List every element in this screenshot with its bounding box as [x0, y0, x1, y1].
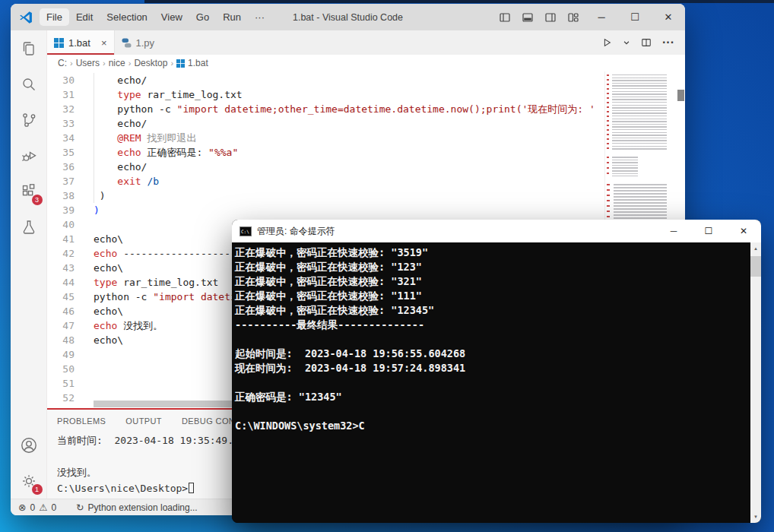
menu-go[interactable]: Go — [189, 8, 216, 26]
tab-label: 1.bat — [68, 37, 90, 49]
manage-button[interactable]: 1 — [11, 463, 47, 499]
manage-badge: 1 — [32, 484, 43, 495]
cmd-close-button[interactable]: ✕ — [726, 220, 761, 242]
line-number: 49 — [47, 347, 82, 362]
tab-1-bat[interactable]: 1.bat × — [47, 30, 115, 55]
line-number: 42 — [47, 246, 82, 261]
activity-bar: 3 1 — [11, 30, 47, 499]
warnings-count[interactable]: 0 — [51, 502, 56, 513]
chevron-down-icon[interactable] — [623, 39, 630, 46]
breadcrumb-item[interactable]: nice — [109, 58, 125, 68]
code-line: 31 type rar_time_log.txt — [47, 87, 685, 102]
line-number: 35 — [47, 145, 82, 160]
indent-guide — [94, 73, 94, 203]
line-number: 31 — [47, 87, 82, 102]
code-line: 36 echo/ — [47, 160, 685, 174]
console-line — [235, 332, 750, 347]
line-number: 52 — [47, 391, 82, 405]
sidebar-item-run-debug[interactable] — [11, 138, 47, 173]
console-line: 正在爆破中，密码正在快速校验: "3519" — [235, 245, 750, 260]
line-number: 45 — [47, 290, 82, 304]
line-number: 39 — [47, 203, 82, 217]
menu-edit[interactable]: Edit — [69, 8, 100, 26]
breadcrumb-separator: › — [128, 59, 132, 68]
windows-file-icon — [176, 59, 185, 68]
menu-···[interactable]: ··· — [248, 8, 271, 26]
line-number: 46 — [47, 304, 82, 318]
more-actions-icon[interactable]: ··· — [662, 36, 674, 49]
console-output[interactable]: 正在爆破中，密码正在快速校验: "3519"正在爆破中，密码正在快速校验: "1… — [232, 242, 750, 523]
tab-1-py[interactable]: 1.py — [115, 30, 162, 55]
extensions-badge: 3 — [32, 195, 43, 205]
customize-layout-icon[interactable] — [562, 4, 585, 30]
line-number: 32 — [47, 102, 82, 116]
line-number: 40 — [47, 217, 82, 232]
maximize-button[interactable]: ☐ — [618, 4, 652, 30]
breadcrumb-file[interactable]: 1.bat — [188, 58, 208, 68]
sidebar-item-search[interactable] — [11, 66, 47, 102]
menu-bar: FileEditSelectionViewGoRun··· — [40, 8, 271, 26]
account-icon — [19, 435, 39, 455]
breadcrumb-separator: › — [70, 59, 73, 68]
cmd-minimize-button[interactable]: ─ — [656, 220, 691, 242]
run-file-icon[interactable] — [601, 37, 612, 48]
sidebar-item-explorer[interactable] — [11, 30, 47, 66]
status-message: Python extension loading... — [88, 502, 198, 513]
breadcrumb-item[interactable]: Users — [76, 58, 100, 68]
breadcrumb-item[interactable]: C: — [58, 58, 67, 68]
tab-bar: 1.bat × 1.py ··· — [47, 30, 685, 55]
line-number: 53 — [47, 405, 82, 408]
sidebar-item-extensions[interactable]: 3 — [11, 173, 47, 209]
line-number: 43 — [47, 261, 82, 275]
debug-icon — [20, 147, 38, 165]
sidebar-item-source-control[interactable] — [11, 102, 47, 138]
breadcrumb-item[interactable]: Desktop — [134, 58, 167, 68]
cmd-maximize-button[interactable]: ☐ — [691, 220, 726, 242]
cmd-titlebar: C:\ 管理员: 命令提示符 ─ ☐ ✕ — [232, 220, 761, 242]
close-button[interactable]: ✕ — [652, 4, 685, 30]
account-button[interactable] — [11, 427, 47, 463]
code-line: 35 echo 正确密码是: "%%a" — [47, 145, 685, 160]
line-number: 33 — [47, 116, 82, 131]
sidebar-item-testing[interactable] — [11, 209, 47, 245]
background-window-edge — [144, 0, 774, 3]
cmd-scrollbar[interactable]: ▲ ▼ — [750, 242, 761, 523]
tab-output[interactable]: OUTPUT — [125, 416, 162, 426]
cmd-window-title: 管理员: 命令提示符 — [257, 225, 335, 238]
errors-count[interactable]: 0 — [30, 502, 35, 513]
line-number: 37 — [47, 174, 82, 188]
tab-close-icon[interactable]: × — [101, 37, 107, 49]
line-number: 51 — [47, 376, 82, 391]
console-line: 正在爆破中，密码正在快速校验: "111" — [235, 289, 750, 303]
console-line: C:\WINDOWS\system32>C — [235, 419, 750, 433]
scroll-up-icon[interactable]: ▲ — [750, 242, 761, 255]
scroll-down-icon[interactable]: ▼ — [750, 511, 761, 523]
menu-run[interactable]: Run — [216, 8, 248, 26]
search-icon — [20, 75, 38, 93]
toggle-panel-icon[interactable] — [516, 4, 539, 30]
minimize-button[interactable]: ─ — [585, 4, 618, 30]
toggle-sidebar-icon[interactable] — [493, 4, 516, 30]
breadcrumb: C: › Users › nice › Desktop › 1.bat — [47, 55, 685, 71]
errors-icon: ⊗ — [18, 502, 26, 513]
scrollbar-thumb[interactable] — [677, 90, 684, 101]
tab-label: 1.py — [136, 37, 155, 49]
console-line: 现在时间为: 2023-04-18 19:57:24.898341 — [235, 361, 750, 375]
tab-problems[interactable]: PROBLEMS — [57, 416, 106, 426]
scrollbar-thumb[interactable] — [750, 256, 761, 277]
code-line: 38 ) — [47, 188, 685, 203]
terminal-cursor — [189, 483, 194, 493]
vscode-titlebar: FileEditSelectionViewGoRun··· 1.bat - Vi… — [11, 4, 685, 30]
menu-file[interactable]: File — [40, 8, 69, 26]
split-editor-icon[interactable] — [641, 37, 652, 48]
menu-selection[interactable]: Selection — [100, 8, 154, 26]
files-icon — [20, 40, 38, 58]
cmd-window: C:\ 管理员: 命令提示符 ─ ☐ ✕ 正在爆破中，密码正在快速校验: "35… — [232, 220, 761, 523]
code-line: 30 echo/ — [47, 73, 685, 87]
menu-view[interactable]: View — [154, 8, 189, 26]
beaker-icon — [20, 218, 38, 236]
toggle-secondary-sidebar-icon[interactable] — [539, 4, 562, 30]
code-line: 34 @REM 找到即退出 — [47, 131, 685, 145]
code-line: 37 exit /b — [47, 174, 685, 188]
warnings-icon: ⚠ — [39, 502, 47, 513]
